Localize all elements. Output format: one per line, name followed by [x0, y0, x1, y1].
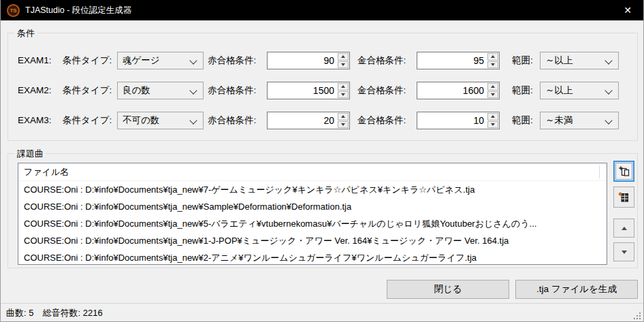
spin-down-button[interactable] — [487, 91, 498, 99]
exam2-range-combobox[interactable]: ～以上 — [540, 82, 619, 99]
move-up-button[interactable] — [613, 219, 634, 238]
spin-up-button[interactable] — [338, 113, 349, 120]
app-icon: TS — [7, 4, 20, 17]
exam2-label: EXAM2: — [18, 82, 52, 99]
exam2-row: EXAM2: 条件タイプ: 良の数 赤合格条件: 金合格条件: — [8, 82, 637, 99]
status-bar: 曲数: 5 総音符数: 2216 — [1, 303, 643, 322]
move-down-icon — [622, 251, 627, 254]
exam3-type-value: 不可の数 — [123, 114, 159, 127]
close-icon: ✕ — [624, 5, 632, 16]
spin-up-button[interactable] — [487, 53, 498, 61]
conditions-group-label: 条件 — [14, 27, 37, 39]
exam3-type-combobox[interactable]: 不可の数 — [117, 112, 204, 129]
generate-tja-button[interactable]: .tja ファイルを生成 — [515, 280, 638, 299]
spin-up-button[interactable] — [338, 53, 349, 61]
spin-up-icon — [491, 55, 495, 58]
chevron-down-icon — [605, 57, 612, 64]
generate-button-label: .tja ファイルを生成 — [536, 283, 617, 295]
exam3-row: EXAM3: 条件タイプ: 不可の数 赤合格条件: 金合格条件: — [8, 112, 637, 129]
spin-down-icon — [491, 63, 495, 66]
exam3-range-label: 範囲: — [512, 112, 533, 129]
songs-group-label: 課題曲 — [14, 148, 46, 159]
exam3-range-combobox[interactable]: ～未満 — [540, 112, 619, 129]
spin-up-icon — [341, 115, 345, 118]
exam1-red-label: 赤合格条件: — [208, 52, 256, 69]
close-button-label: 閉じる — [434, 283, 462, 295]
move-down-button[interactable] — [613, 242, 634, 261]
close-window-button[interactable]: ✕ — [612, 0, 643, 20]
column-header-label: ファイル名 — [24, 167, 69, 177]
spin-up-button[interactable] — [487, 83, 498, 91]
exam3-red-numeric — [267, 112, 350, 129]
exam1-range-combobox[interactable]: ～以上 — [540, 52, 619, 69]
exam1-gold-numeric — [417, 52, 500, 69]
exam1-range-label: 範囲: — [512, 52, 533, 69]
chevron-down-icon — [605, 86, 612, 94]
spin-down-button[interactable] — [338, 61, 349, 69]
exam1-range-value: ～以上 — [545, 54, 573, 67]
spin-down-button[interactable] — [487, 121, 498, 129]
spin-up-icon — [341, 55, 345, 58]
add-song-button[interactable] — [613, 161, 634, 182]
app-window: TS TJAStudio - 段位認定生成器 ✕ 条件 EXAM1: 条件タイプ… — [0, 0, 644, 322]
spin-down-icon — [491, 93, 495, 96]
exam2-red-spinner — [338, 83, 349, 98]
exam3-red-spinner — [338, 113, 349, 128]
exam3-type-label: 条件タイプ: — [63, 112, 112, 129]
app-icon-badge: TS — [10, 7, 16, 14]
resize-grip[interactable] — [639, 318, 641, 319]
exam3-gold-label: 金合格条件: — [357, 112, 406, 129]
spin-up-button[interactable] — [338, 83, 349, 91]
move-up-icon — [622, 227, 627, 230]
spin-down-icon — [491, 123, 495, 126]
spin-down-button[interactable] — [338, 91, 349, 99]
exam3-red-label: 赤合格条件: — [208, 112, 256, 129]
exam3-label: EXAM3: — [18, 112, 52, 129]
conditions-groupbox: 条件 EXAM1: 条件タイプ: 魂ゲージ 赤合格条件: 金合格条件: — [7, 33, 638, 141]
exam1-type-value: 魂ゲージ — [123, 54, 160, 67]
exam1-type-label: 条件タイプ: — [63, 52, 112, 69]
exam2-type-combobox[interactable]: 良の数 — [117, 82, 204, 99]
chevron-down-icon — [189, 86, 197, 94]
remove-song-icon — [618, 191, 630, 203]
status-song-count: 曲数: 5 — [6, 307, 33, 319]
exam1-gold-spinner — [487, 53, 498, 68]
exam1-gold-label: 金合格条件: — [357, 52, 406, 69]
song-listview[interactable]: ファイル名 COURSE:Oni : D:¥info¥Documents¥tja… — [18, 163, 607, 265]
spin-up-button[interactable] — [487, 113, 498, 120]
list-item[interactable]: COURSE:Oni : D:¥info¥Documents¥tja_new¥S… — [18, 198, 607, 215]
exam1-red-spinner — [338, 53, 349, 68]
spin-up-icon — [491, 85, 495, 88]
exam1-red-numeric — [267, 52, 350, 69]
exam2-type-value: 良の数 — [123, 84, 150, 97]
exam2-gold-spinner — [487, 83, 498, 98]
exam3-gold-numeric — [417, 112, 500, 129]
exam2-gold-numeric — [417, 82, 500, 99]
exam3-gold-spinner — [487, 113, 498, 128]
status-note-count: 総音符数: 2216 — [42, 307, 102, 319]
list-item[interactable]: COURSE:Oni : D:¥info¥Documents¥tja_new¥1… — [18, 232, 607, 249]
chevron-down-icon — [189, 116, 197, 124]
exam1-row: EXAM1: 条件タイプ: 魂ゲージ 赤合格条件: 金合格条件: — [8, 52, 637, 69]
spin-down-button[interactable] — [338, 121, 349, 129]
column-header-filename[interactable]: ファイル名 — [18, 163, 607, 181]
chevron-down-icon — [605, 116, 612, 124]
remove-song-button[interactable] — [613, 187, 634, 208]
list-item[interactable]: COURSE:Oni : D:¥info¥Documents¥tja_new¥7… — [18, 181, 607, 198]
spin-down-button[interactable] — [487, 61, 498, 69]
spin-down-icon — [341, 93, 345, 96]
column-separator — [599, 165, 600, 178]
exam2-red-label: 赤合格条件: — [208, 82, 256, 99]
close-button[interactable]: 閉じる — [387, 280, 509, 299]
exam2-range-label: 範囲: — [512, 82, 533, 99]
exam2-gold-label: 金合格条件: — [357, 82, 406, 99]
exam2-red-numeric — [267, 82, 350, 99]
spin-down-icon — [341, 123, 345, 126]
list-item[interactable]: COURSE:Oni : D:¥info¥Documents¥tja_new¥5… — [18, 215, 607, 232]
window-title: TJAStudio - 段位認定生成器 — [25, 5, 131, 16]
exam2-range-value: ～以上 — [545, 84, 573, 97]
songs-groupbox: 課題曲 ファイル名 COURSE:Oni : D:¥info¥Documents… — [7, 153, 638, 268]
exam1-type-combobox[interactable]: 魂ゲージ — [117, 52, 204, 69]
titlebar: TS TJAStudio - 段位認定生成器 ✕ — [1, 0, 643, 20]
list-item[interactable]: COURSE:Oni : D:¥info¥Documents¥tja_new¥2… — [18, 249, 607, 266]
